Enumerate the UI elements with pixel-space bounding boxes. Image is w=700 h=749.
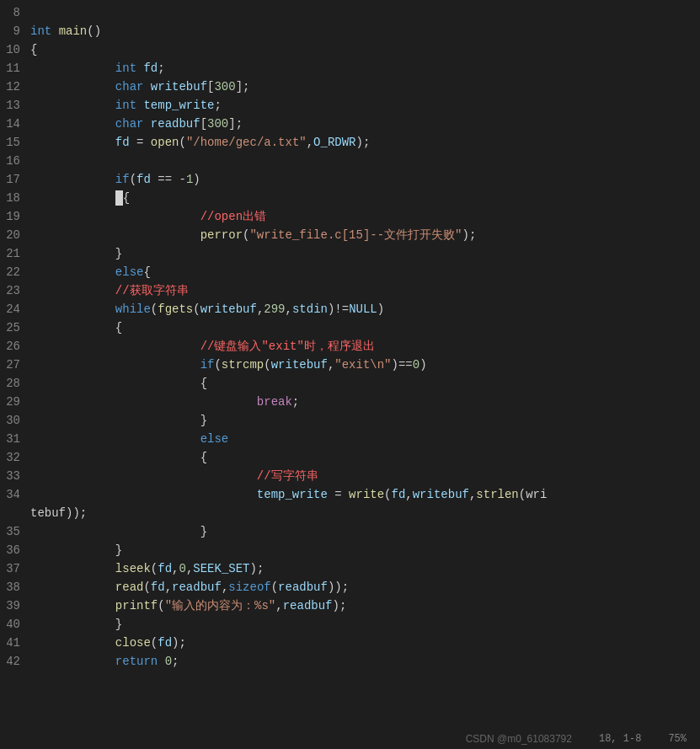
code-line: 21 } <box>0 244 700 263</box>
token-var: readbuf <box>151 117 200 131</box>
line-number: 35 <box>0 522 30 541</box>
line-content: //open出错 <box>30 207 700 226</box>
token-plain: ( <box>151 636 158 650</box>
code-lines: 8 9int main()10{11 int fd;12 char writeb… <box>0 0 700 674</box>
line-content: char writebuf[300]; <box>30 78 700 96</box>
line-number: 18 <box>0 189 30 207</box>
code-line: 18 { <box>0 189 700 207</box>
token-plain <box>30 99 115 112</box>
line-content: } <box>30 244 700 263</box>
token-num: 0 <box>413 358 419 372</box>
token-plain: [ <box>200 117 207 131</box>
line-number: 37 <box>0 559 30 578</box>
line-content: int fd; <box>30 59 700 78</box>
token-var: readbuf <box>278 580 328 594</box>
token-plain: )); <box>328 580 349 594</box>
token-plain: ]; <box>228 117 243 131</box>
line-number: 31 <box>0 430 30 448</box>
code-line: 19 //open出错 <box>0 207 700 226</box>
token-plain: , <box>165 580 172 594</box>
token-plain <box>143 80 150 94</box>
token-fn: open <box>151 136 179 149</box>
line-content: //写字符串 <box>30 467 700 485</box>
code-line: 40 } <box>0 615 700 634</box>
token-plain <box>30 469 257 483</box>
token-fn: perror <box>200 228 243 242</box>
token-plain: ( <box>179 136 185 149</box>
line-number: 12 <box>0 78 30 96</box>
line-number: 29 <box>0 393 30 411</box>
token-plain: ; <box>214 99 221 112</box>
code-line: 31 else <box>0 430 700 448</box>
code-line: 13 int temp_write; <box>0 96 700 115</box>
token-plain <box>30 302 115 316</box>
code-line: 26 //键盘输入"exit"时，程序退出 <box>0 337 700 356</box>
token-fn: printf <box>115 599 158 613</box>
token-str: "输入的内容为：%s" <box>165 599 276 613</box>
line-content: //获取字符串 <box>30 281 700 300</box>
token-plain: ; <box>172 655 179 668</box>
line-number: 27 <box>0 356 30 374</box>
token-plain: , <box>286 302 292 316</box>
line-number: 41 <box>0 634 30 652</box>
line-number: 10 <box>0 40 30 59</box>
token-plain: { <box>30 43 37 56</box>
code-line: 23 //获取字符串 <box>0 281 700 300</box>
token-plain: ( <box>158 599 164 613</box>
code-line: 36 } <box>0 541 700 559</box>
line-content: perror("write_file.c[15]--文件打开失败"); <box>30 226 700 244</box>
token-macro: SEEK_SET <box>193 562 249 575</box>
token-plain <box>30 173 115 186</box>
code-line: 17 if(fd == -1) <box>0 170 700 189</box>
code-editor: 8 9int main()10{11 int fd;12 char writeb… <box>0 0 700 749</box>
token-plain: ); <box>332 599 346 613</box>
code-line: 38 read(fd,readbuf,sizeof(readbuf)); <box>0 578 700 597</box>
token-break-kw: break <box>257 395 292 409</box>
code-line: 9int main() <box>0 22 700 40</box>
line-number: 34 <box>0 485 30 504</box>
token-plain: { <box>143 265 150 279</box>
line-number: 9 <box>0 22 30 40</box>
line-content: { <box>30 448 700 467</box>
token-var: fd <box>158 562 172 575</box>
token-var: fd <box>115 136 130 149</box>
line-number: 38 <box>0 578 30 597</box>
token-plain: , <box>405 488 412 501</box>
token-num: 300 <box>207 117 228 131</box>
token-plain: ); <box>172 636 186 650</box>
token-plain: ); <box>356 136 371 149</box>
token-var: fd <box>143 62 158 75</box>
code-line: 41 close(fd); <box>0 634 700 652</box>
line-content: if(fd == -1) <box>30 170 700 189</box>
line-number: 26 <box>0 337 30 356</box>
token-plain: } <box>30 543 122 557</box>
code-line: 27 if(strcmp(writebuf,"exit\n")==0) <box>0 356 700 374</box>
token-str: "/home/gec/a.txt" <box>186 136 307 149</box>
line-number: 23 <box>0 281 30 300</box>
token-fn: close <box>115 636 151 650</box>
line-content: tebuf)); <box>30 504 700 522</box>
token-plain: = <box>130 136 151 149</box>
token-plain: ]; <box>236 80 250 94</box>
token-var: fd <box>158 636 172 650</box>
token-plain <box>30 636 115 650</box>
token-plain: , <box>307 136 313 149</box>
zoom-level: 75% <box>668 733 687 745</box>
token-kw: else <box>115 265 144 279</box>
line-content: int temp_write; <box>30 96 700 115</box>
line-content: break; <box>30 393 700 411</box>
token-var: writebuf <box>413 488 469 501</box>
token-plain: { <box>30 451 207 464</box>
token-plain: ( <box>151 302 158 316</box>
token-plain <box>143 117 150 131</box>
token-plain: { <box>123 191 130 205</box>
token-fn: write <box>349 488 384 501</box>
token-plain: } <box>30 414 207 427</box>
token-kw: int <box>30 24 51 38</box>
token-str: "exit\n" <box>334 358 391 372</box>
status-bar: CSDN @m0_61083792 18, 1-8 75% <box>0 729 700 749</box>
token-macro: stdin <box>292 302 328 316</box>
code-line: 35 } <box>0 522 700 541</box>
token-var: fd <box>392 488 406 501</box>
line-content: else <box>30 430 700 448</box>
